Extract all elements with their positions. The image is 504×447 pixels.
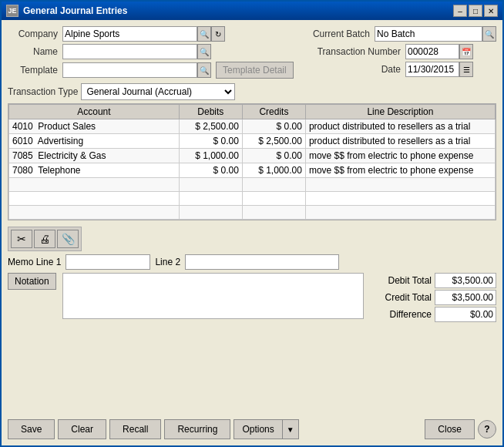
table-header: Account Debits Credits Line Description <box>9 105 496 119</box>
current-batch-label: Current Batch <box>301 29 370 39</box>
name-label: Name <box>8 46 58 57</box>
help-button[interactable]: ? <box>478 420 496 439</box>
transaction-number-label: Transaction Number <box>301 46 401 57</box>
current-batch-input-group: 🔍 <box>375 26 496 42</box>
debit-total-label: Debit Total <box>370 275 432 286</box>
debits-cell: $ 0.00 <box>179 163 242 178</box>
recall-button[interactable]: Recall <box>109 419 161 439</box>
memo-line1-label: Memo Line 1 <box>8 257 61 267</box>
company-row: Company 🔍 ↻ <box>8 26 294 42</box>
col-credits: Credits <box>242 105 305 119</box>
template-label: Template <box>8 65 58 76</box>
window-title: General Journal Entries <box>23 5 127 16</box>
journal-table-section: Account Debits Credits Line Description … <box>8 103 496 220</box>
date-calendar-button[interactable]: ☰ <box>459 62 473 77</box>
notation-textarea[interactable] <box>62 273 364 319</box>
template-row: Template 🔍 Template Detail <box>8 62 294 79</box>
notation-and-totals: Notation Debit Total $3,500.00 Credit To… <box>8 273 496 415</box>
current-batch-search-button[interactable]: 🔍 <box>482 26 496 42</box>
close-button[interactable]: Close <box>425 419 475 439</box>
description-cell: move $$ from electric to phone expense <box>305 149 495 163</box>
credits-cell: $ 0.00 <box>242 149 305 163</box>
title-controls: – □ ✕ <box>453 5 498 17</box>
template-search-button[interactable]: 🔍 <box>197 62 211 78</box>
transaction-type-label: Transaction Type <box>8 86 78 97</box>
company-input[interactable] <box>62 26 197 42</box>
account-cell: 7080 Telephone <box>9 163 180 178</box>
debits-cell: $ 1,000.00 <box>179 149 242 163</box>
memo-line2-input[interactable] <box>185 254 339 270</box>
col-account: Account <box>9 105 180 119</box>
clear-button[interactable]: Clear <box>58 419 106 439</box>
credit-total-row: Credit Total $3,500.00 <box>370 290 496 305</box>
cut-button[interactable]: ✂ <box>11 230 32 248</box>
credits-cell: $ 1,000.00 <box>242 163 305 178</box>
journal-table: Account Debits Credits Line Description … <box>8 104 496 220</box>
template-input[interactable] <box>62 62 197 78</box>
bottom-section: ✂ 🖨 📎 Memo Line 1 Line 2 Notation Debit … <box>8 227 496 439</box>
account-cell: 6010 Advertising <box>9 134 180 149</box>
credits-cell: $ 2,500.00 <box>242 134 305 149</box>
minimize-button[interactable]: – <box>453 5 467 17</box>
debits-cell: $ 2,500.00 <box>179 119 242 134</box>
left-fields: Company 🔍 ↻ Name 🔍 Template <box>8 26 294 79</box>
debits-cell: $ 0.00 <box>179 134 242 149</box>
current-batch-input[interactable] <box>375 26 482 42</box>
difference-label: Difference <box>370 309 432 320</box>
transaction-number-input-group: 📅 <box>405 44 473 59</box>
difference-value: $0.00 <box>435 307 496 322</box>
transaction-number-row: Transaction Number 📅 <box>301 44 496 59</box>
toolbar: ✂ 🖨 📎 <box>8 227 82 251</box>
empty-row <box>9 206 496 220</box>
transaction-type-select[interactable]: General Journal (Accrual) <box>81 83 235 100</box>
table-row[interactable]: 6010 Advertising $ 0.00 $ 2,500.00 produ… <box>9 134 496 149</box>
debit-total-row: Debit Total $3,500.00 <box>370 273 496 288</box>
options-dropdown-button[interactable]: ▼ <box>282 419 299 439</box>
name-search-button[interactable]: 🔍 <box>197 44 211 59</box>
name-input[interactable] <box>62 44 197 59</box>
col-description: Line Description <box>305 105 495 119</box>
col-debits: Debits <box>179 105 242 119</box>
table-row[interactable]: 7085 Electricity & Gas $ 1,000.00 $ 0.00… <box>9 149 496 163</box>
empty-row <box>9 178 496 192</box>
maximize-button[interactable]: □ <box>469 5 482 17</box>
table-row[interactable]: 4010 Product Sales $ 2,500.00 $ 0.00 pro… <box>9 119 496 134</box>
company-input-group: 🔍 ↻ <box>62 26 225 42</box>
close-window-button[interactable]: ✕ <box>484 5 498 17</box>
template-input-group: 🔍 <box>62 62 211 78</box>
account-cell: 7085 Electricity & Gas <box>9 149 180 163</box>
description-cell: product distributed to resellers as a tr… <box>305 134 495 149</box>
attach-button[interactable]: 📎 <box>57 230 79 248</box>
content-area: Company 🔍 ↻ Name 🔍 Template <box>2 20 502 445</box>
window-icon: JE <box>6 5 18 17</box>
account-cell: 4010 Product Sales <box>9 119 180 134</box>
action-bar: Save Clear Recall Recurring Options ▼ Cl… <box>8 419 496 439</box>
empty-row <box>9 192 496 206</box>
difference-row: Difference $0.00 <box>370 307 496 322</box>
date-input[interactable] <box>405 62 459 77</box>
name-input-group: 🔍 <box>62 44 211 59</box>
notation-button[interactable]: Notation <box>8 273 56 290</box>
debit-total-value: $3,500.00 <box>435 273 496 288</box>
company-label: Company <box>8 29 58 39</box>
transaction-number-input[interactable] <box>405 44 459 59</box>
save-button[interactable]: Save <box>8 419 55 439</box>
company-search-button[interactable]: 🔍 <box>197 26 211 42</box>
description-cell: product distributed to resellers as a tr… <box>305 119 495 134</box>
print-button[interactable]: 🖨 <box>34 230 55 248</box>
transaction-number-calendar-button[interactable]: 📅 <box>459 44 473 59</box>
credit-total-label: Credit Total <box>370 292 432 303</box>
options-button[interactable]: Options <box>234 419 281 439</box>
current-batch-row: Current Batch 🔍 <box>301 26 496 42</box>
date-input-group: ☰ <box>405 62 473 77</box>
main-window: JE General Journal Entries – □ ✕ Company… <box>0 0 504 447</box>
memo-line1-input[interactable] <box>66 254 150 270</box>
company-refresh-button[interactable]: ↻ <box>211 26 225 42</box>
credits-cell: $ 0.00 <box>242 119 305 134</box>
transaction-type-row: Transaction Type General Journal (Accrua… <box>8 83 496 100</box>
date-label: Date <box>301 64 401 75</box>
template-detail-button[interactable]: Template Detail <box>216 62 294 79</box>
table-row[interactable]: 7080 Telephone $ 0.00 $ 1,000.00 move $$… <box>9 163 496 178</box>
recurring-button[interactable]: Recurring <box>164 419 230 439</box>
memo-row: Memo Line 1 Line 2 <box>8 254 496 270</box>
